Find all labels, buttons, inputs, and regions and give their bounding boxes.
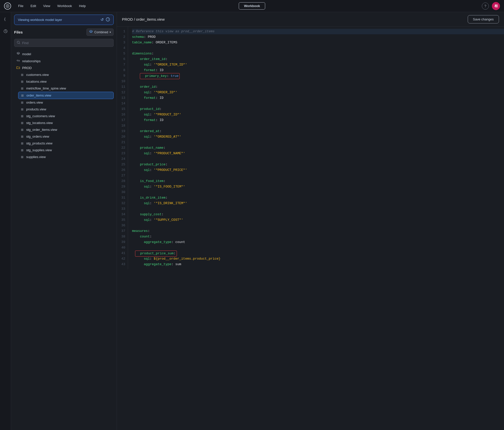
code-line-26: sql: '"PRODUCT_PRICE"': [132, 167, 504, 173]
question-icon: ?: [484, 4, 486, 8]
code-line-40: [132, 245, 504, 251]
svg-line-8: [19, 43, 20, 44]
combined-label: Combined: [94, 30, 108, 34]
code-line-2: schema: PROD: [132, 34, 504, 40]
clock-icon[interactable]: [2, 27, 10, 35]
code-line-13: format: ID: [132, 95, 504, 101]
code-content: # Reference this view as prod__order_ite…: [128, 27, 504, 269]
top-nav: File Edit View Workbook Help Workbook ? …: [0, 0, 504, 12]
order-items-label: order_items.view: [26, 94, 51, 97]
grid-icon-12: ⊞: [20, 148, 24, 152]
code-line-42: sql: ${prod__order_items.product_price}: [132, 256, 504, 262]
file-stg-locations[interactable]: ⊞ stg_locations.view: [18, 119, 114, 126]
editor-area: PROD / order_items.view Save changes 1 2…: [117, 12, 504, 430]
file-stg-order-items[interactable]: ⊞ stg_order_items.view: [18, 126, 114, 133]
code-line-41: product_price_sum:: [132, 251, 504, 256]
orders-view-label: orders.view: [26, 101, 43, 104]
editor-path: PROD / order_items.view: [122, 17, 165, 21]
sidebar-content: Files Combined ▾: [11, 27, 117, 430]
layers-small-icon: [16, 52, 20, 56]
sidebar-title: Files: [14, 30, 23, 34]
file-tree-prod-children: ⊞ customers.view ⊞ locations.view ⊞ metr…: [14, 71, 114, 160]
code-line-22: product_name:: [132, 145, 504, 151]
code-line-3: table_name: ORDER_ITEMS: [132, 40, 504, 45]
grid-icon-3: ⊞: [20, 87, 24, 90]
nav-workbook[interactable]: Workbook: [54, 3, 75, 9]
code-line-16: sql: '"PRODUCT_ID"': [132, 112, 504, 117]
braces-icon[interactable]: { }: [2, 15, 10, 23]
nav-center: Workbook: [239, 2, 265, 10]
code-line-35: sql: '"SUPPLY_COST"': [132, 217, 504, 223]
file-order-items-view[interactable]: ⊞ order_items.view: [18, 92, 114, 99]
stg-customers-label: stg_customers.view: [26, 114, 55, 118]
code-line-17: format: ID: [132, 117, 504, 123]
code-line-5: dimensions:: [132, 51, 504, 56]
file-stg-customers[interactable]: ⊞ stg_customers.view: [18, 113, 114, 119]
svg-text:{ }: { }: [4, 17, 8, 21]
workbook-button[interactable]: Workbook: [239, 2, 265, 10]
code-line-31: is_drink_item:: [132, 195, 504, 201]
main-layout: { } Viewing workbook model layer ↺ ?: [0, 12, 504, 430]
combined-button[interactable]: Combined ▾: [86, 28, 114, 36]
code-line-21: [132, 140, 504, 145]
search-input[interactable]: [22, 41, 111, 45]
stg-products-label: stg_products.view: [26, 141, 52, 145]
file-customers-view[interactable]: ⊞ customers.view: [18, 71, 114, 78]
code-editor[interactable]: 1 2 3 4 5 6 7 8 9 10 11 12 13 14 15 16 1: [117, 27, 504, 430]
code-line-11: order_id:: [132, 84, 504, 90]
file-supplies[interactable]: ⊞ supplies.view: [18, 153, 114, 160]
save-changes-button[interactable]: Save changes: [468, 15, 499, 23]
undo-icon[interactable]: ↺: [101, 17, 104, 22]
products-view-label: products.view: [26, 107, 46, 111]
code-line-25: product_price:: [132, 162, 504, 167]
grid-icon-5: ⊞: [20, 101, 24, 104]
code-line-4: [132, 45, 504, 51]
chevron-down-icon: ▾: [110, 31, 111, 34]
code-lines: 1 2 3 4 5 6 7 8 9 10 11 12 13 14 15 16 1: [117, 27, 504, 269]
folder-icon: [16, 66, 20, 70]
link-icon: [16, 59, 20, 63]
layers-icon: [89, 30, 93, 34]
file-stg-orders[interactable]: ⊞ stg_orders.view: [18, 133, 114, 140]
logo[interactable]: [4, 3, 11, 10]
code-line-36: [132, 223, 504, 228]
info-icon[interactable]: ?: [106, 17, 110, 22]
stg-supplies-label: stg_supplies.view: [26, 148, 52, 152]
file-metricflow-view[interactable]: ⊞ metricflow_time_spine.view: [18, 85, 114, 92]
avatar[interactable]: 相: [492, 2, 500, 10]
nav-help[interactable]: Help: [76, 3, 89, 9]
sidebar: Viewing workbook model layer ↺ ? Files: [11, 12, 117, 430]
grid-icon-11: ⊞: [20, 142, 24, 145]
code-line-23: sql: '"PRODUCT_NAME"': [132, 151, 504, 156]
code-line-30: [132, 190, 504, 195]
file-tree-item-relationships[interactable]: relationships: [14, 57, 114, 65]
code-line-39: aggregate_type: count: [132, 239, 504, 245]
file-orders-view[interactable]: ⊞ orders.view: [18, 99, 114, 106]
grid-icon-10: ⊞: [20, 135, 24, 138]
icon-bar: { }: [0, 12, 11, 430]
stg-orders-label: stg_orders.view: [26, 135, 49, 138]
code-line-14: [132, 101, 504, 106]
code-line-7: sql: '"ORDER_ITEM_ID"': [132, 62, 504, 68]
code-line-37: measures:: [132, 228, 504, 234]
grid-icon-9: ⊞: [20, 128, 24, 132]
code-line-18: [132, 123, 504, 129]
grid-icon-2: ⊞: [20, 80, 24, 83]
file-products-view[interactable]: ⊞ products.view: [18, 106, 114, 113]
code-line-28: is_food_item:: [132, 178, 504, 184]
file-stg-products[interactable]: ⊞ stg_products.view: [18, 140, 114, 147]
nav-edit[interactable]: Edit: [27, 3, 39, 9]
code-line-32: sql: '"IS_DRINK_ITEM"': [132, 201, 504, 206]
nav-file[interactable]: File: [15, 3, 26, 9]
search-box[interactable]: [14, 39, 114, 47]
editor-header: PROD / order_items.view Save changes: [117, 12, 504, 27]
file-locations-view[interactable]: ⊞ locations.view: [18, 78, 114, 85]
help-button[interactable]: ?: [482, 3, 489, 10]
file-stg-supplies[interactable]: ⊞ stg_supplies.view: [18, 147, 114, 153]
code-line-8: format: ID: [132, 68, 504, 73]
file-tree-item-model[interactable]: model: [14, 50, 114, 57]
nav-view[interactable]: View: [40, 3, 53, 9]
file-tree-folder-prod[interactable]: PROD: [14, 65, 114, 71]
grid-icon: ⊞: [20, 73, 24, 77]
prod-label: PROD: [22, 66, 32, 70]
